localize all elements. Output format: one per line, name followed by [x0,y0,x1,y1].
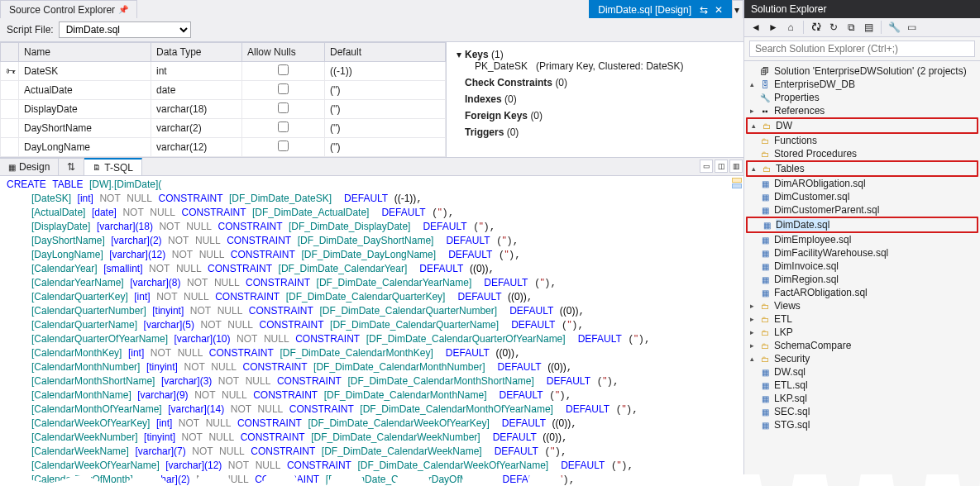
tab-label: DimDate.sql [Design] [598,4,691,16]
tab-source-control-explorer[interactable]: Source Control Explorer 📌 [0,0,137,18]
keys-panel: ▾Keys (1) PK_DateSK (Primary Key, Cluste… [447,42,743,157]
table-row[interactable]: DayShortNamevarchar(2)('') [1,119,446,138]
back-icon[interactable]: ◄ [749,21,762,34]
tab-overflow[interactable]: ▾ [732,0,743,18]
tab-arrows[interactable]: ⇅ [59,158,84,175]
foreign-keys-heading[interactable]: Foreign Keys [465,110,528,122]
check-constraints-heading[interactable]: Check Constraints [465,77,552,88]
table-file[interactable]: ▦DimRegion.sql [746,273,978,286]
search-input[interactable] [749,40,975,57]
schemacompare-folder[interactable]: ▸🗀SchemaCompare [746,339,978,352]
table-file-dimdate[interactable]: ▦DimDate.sql [746,217,978,233]
references-node[interactable]: ▸▪▪References [746,104,978,117]
refresh-icon[interactable]: ↻ [827,21,840,34]
editor-panel: Source Control Explorer 📌 DimDate.sql [D… [0,0,744,486]
security-file[interactable]: ▦STG.sql [746,418,978,431]
key-pk[interactable]: PK_DateSK [475,60,528,72]
table-file[interactable]: ▦DimEmployee.sql [746,233,978,246]
preview-icon[interactable]: ▭ [905,21,918,34]
keys-heading[interactable]: Keys [465,49,489,60]
script-file-select[interactable]: DimDate.sql [59,21,191,38]
pin-icon[interactable]: ⇆ [700,4,708,16]
table-file[interactable]: ▦DimARObligation.sql [746,177,978,190]
col-header-type[interactable]: Data Type [151,43,242,62]
sync-icon[interactable]: 🗘 [810,21,823,34]
allow-nulls-checkbox[interactable] [278,102,289,113]
pin-icon[interactable]: 📌 [118,5,128,14]
close-icon[interactable]: ✕ [715,4,723,16]
solution-explorer-title: Solution Explorer [744,0,980,18]
dw-folder[interactable]: ▴🗀DW [746,117,978,134]
torn-edge [0,474,980,486]
solution-tree[interactable]: 🗐Solution 'EnterpriseDWSolution' (2 proj… [744,61,980,486]
forward-icon[interactable]: ► [767,21,780,34]
designer-split: Name Data Type Allow Nulls Default 🗝Date… [0,42,743,158]
allow-nulls-checkbox[interactable] [278,64,289,75]
security-file[interactable]: ▦LKP.sql [746,392,978,405]
collapse-all-icon[interactable]: ⧉ [844,21,858,34]
tab-dimdate-design[interactable]: DimDate.sql [Design] ⇆ ✕ [589,0,732,18]
security-file[interactable]: ▦ETL.sql [746,379,978,392]
script-file-row: Script File: DimDate.sql [0,18,743,42]
table-row[interactable]: ActualDatedate('') [1,81,446,100]
table-row[interactable]: DisplayDatevarchar(18)('') [1,100,446,119]
security-file[interactable]: ▦SEC.sql [746,405,978,418]
show-all-files-icon[interactable]: ▤ [862,21,875,34]
columns-grid[interactable]: Name Data Type Allow Nulls Default 🗝Date… [0,42,447,157]
solution-explorer-panel: Solution Explorer ◄ ► ⌂ 🗘 ↻ ⧉ ▤ 🔧 ▭ 🗐Sol… [744,0,980,486]
col-header-default[interactable]: Default [325,43,446,62]
home-icon[interactable]: ⌂ [784,21,797,34]
properties-icon[interactable]: 🔧 [887,21,901,34]
solution-explorer-toolbar: ◄ ► ⌂ 🗘 ↻ ⧉ ▤ 🔧 ▭ [744,18,980,37]
functions-folder[interactable]: 🗀Functions [746,134,978,147]
security-file[interactable]: ▦DW.sql [746,365,978,379]
tab-tsql[interactable]: 🗎T-SQL [84,158,142,175]
solution-explorer-search [744,37,980,61]
table-file[interactable]: ▦DimCustomerParent.sql [746,203,978,217]
col-header-nulls[interactable]: Allow Nulls [242,43,325,62]
document-tab-bar: Source Control Explorer 📌 DimDate.sql [D… [0,0,743,18]
table-file[interactable]: ▦DimCustomer.sql [746,190,978,203]
designer-bottom-tabs: ▦Design ⇅ 🗎T-SQL ▭◫▥ [0,158,743,176]
allow-nulls-checkbox[interactable] [278,122,289,132]
allow-nulls-checkbox[interactable] [278,83,289,94]
views-folder[interactable]: ▸🗀Views [746,299,978,312]
properties-node[interactable]: 🔧Properties [746,91,978,104]
allow-nulls-checkbox[interactable] [278,141,289,151]
split-view-buttons[interactable]: ▭◫▥ [699,158,743,175]
table-file[interactable]: ▦FactARObligation.sql [746,286,978,299]
sql-editor[interactable]: CREATE TABLE [DW].[DimDate]( [DateSK] [i… [0,176,743,486]
tab-design[interactable]: ▦Design [0,158,59,175]
table-row[interactable]: 🗝DateSKint((-1)) [1,62,446,81]
table-row[interactable]: DayLongNamevarchar(12)('') [1,138,446,157]
project-node[interactable]: ▴🗄EnterpriseDW_DB [746,78,978,91]
triggers-heading[interactable]: Triggers [465,126,504,138]
col-header-name[interactable]: Name [19,43,151,62]
lkp-folder[interactable]: ▸🗀LKP [746,326,978,339]
tab-label: Source Control Explorer [9,4,115,16]
security-folder[interactable]: ▴🗀Security [746,352,978,365]
solution-node[interactable]: 🗐Solution 'EnterpriseDWSolution' (2 proj… [746,64,978,78]
etl-folder[interactable]: ▸🗀ETL [746,312,978,326]
indexes-heading[interactable]: Indexes [465,93,502,105]
tables-folder[interactable]: ▴🗀Tables [746,160,978,177]
sprocs-folder[interactable]: 🗀Stored Procedures [746,147,978,160]
script-file-label: Script File: [7,24,54,36]
table-file[interactable]: ▦DimInvoice.sql [746,260,978,273]
table-file[interactable]: ▦DimFacilityWarehouse.sql [746,246,978,260]
